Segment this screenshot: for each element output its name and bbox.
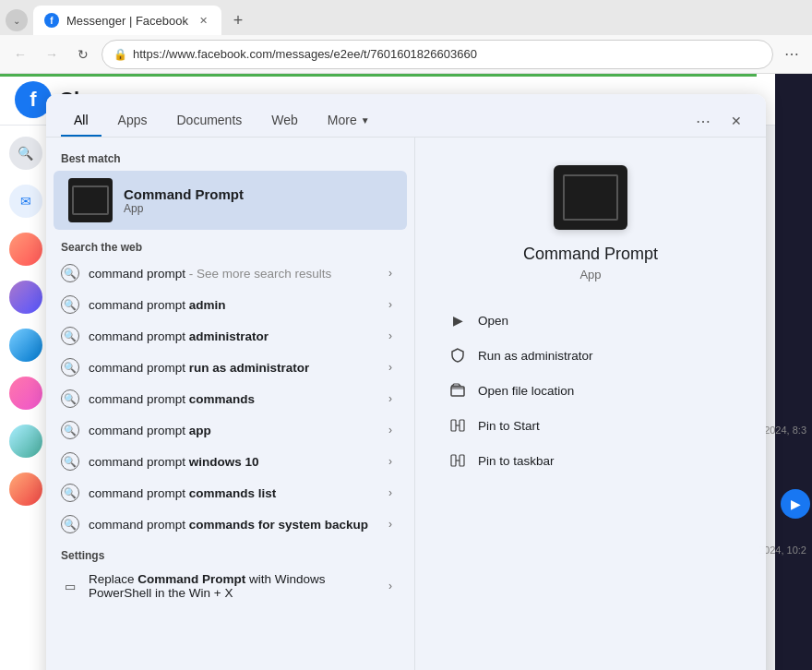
search-result-icon-6: 🔍 [61, 421, 79, 439]
settings-result-item-1[interactable]: ▭ Replace Command Prompt with Windows Po… [46, 566, 414, 606]
settings-section-label: Settings [46, 540, 414, 566]
settings-result-arrow-1: › [381, 577, 400, 595]
tab-title: Messenger | Facebook [66, 14, 188, 28]
search-more-button[interactable]: ⋯ [688, 106, 718, 136]
app-preview-subtitle: App [579, 268, 601, 281]
back-button[interactable]: ← [7, 42, 33, 67]
settings-result-icon-1: ▭ [61, 577, 79, 595]
fb-avatar-6[interactable] [9, 473, 42, 506]
search-close-button[interactable]: ✕ [722, 106, 751, 136]
fb-avatar-5[interactable] [9, 425, 42, 458]
timestamp-1: 2024, 8:3 [764, 425, 806, 436]
web-result-text-1: command prompt - See more search results [89, 267, 372, 281]
action-pin-to-start-label: Pin to Start [478, 419, 540, 433]
tab-favicon: f [44, 13, 59, 28]
search-body: Best match Command Prompt App Search the… [46, 138, 766, 670]
action-run-as-admin-label: Run as administrator [478, 349, 593, 363]
search-result-icon-5: 🔍 [61, 389, 79, 408]
web-result-text-6: command prompt app [89, 424, 372, 437]
web-result-arrow-6: › [381, 421, 400, 439]
refresh-button[interactable]: ↻ [70, 42, 96, 67]
tab-more[interactable]: More ▼ [315, 105, 383, 137]
tab-apps[interactable]: Apps [105, 105, 161, 137]
svg-rect-1 [451, 420, 456, 431]
search-result-icon-2: 🔍 [61, 295, 79, 314]
web-result-item-9[interactable]: 🔍 command prompt commands for system bac… [46, 508, 414, 540]
action-open-file-location[interactable]: Open file location [437, 374, 744, 407]
search-result-icon-3: 🔍 [61, 327, 79, 345]
web-result-item-4[interactable]: 🔍 command prompt run as administrator › [46, 352, 414, 383]
web-result-item-3[interactable]: 🔍 command prompt administrator › [46, 320, 414, 352]
tab-dropdown-btn[interactable]: ⌄ [6, 9, 28, 31]
app-preview-title: Command Prompt [523, 245, 658, 264]
web-result-item-5[interactable]: 🔍 command prompt commands › [46, 383, 414, 414]
tab-documents[interactable]: Documents [163, 105, 255, 137]
new-tab-button[interactable]: + [225, 7, 251, 33]
action-list: ▶ Open Run as administrator [437, 304, 744, 477]
svg-rect-2 [460, 420, 464, 431]
action-pin-to-taskbar-label: Pin to taskbar [478, 454, 555, 468]
open-icon: ▶ [448, 311, 467, 329]
fb-send-button[interactable]: ▶ [781, 489, 810, 519]
fb-avatar-2[interactable] [9, 281, 42, 314]
admin-shield-icon [448, 346, 467, 365]
web-result-text-8: command prompt commands list [89, 486, 372, 500]
action-pin-to-taskbar[interactable]: Pin to taskbar [437, 444, 744, 477]
best-match-label: Best match [46, 149, 414, 171]
web-result-text-4: command prompt run as administrator [89, 361, 372, 375]
svg-rect-4 [451, 455, 456, 466]
action-open-label: Open [478, 314, 508, 328]
web-result-arrow-3: › [381, 327, 400, 345]
search-tabs-bar: All Apps Documents Web More ▼ ⋯ ✕ [46, 94, 766, 138]
start-menu-search-overlay: All Apps Documents Web More ▼ ⋯ ✕ Best m… [46, 74, 761, 670]
action-pin-to-start[interactable]: Pin to Start [437, 409, 744, 442]
web-result-arrow-2: › [381, 295, 400, 314]
web-result-arrow-4: › [381, 358, 400, 377]
web-result-arrow-1: › [381, 264, 400, 282]
tab-bar: ⌄ f Messenger | Facebook ✕ + [0, 0, 812, 35]
fb-avatar-3[interactable] [9, 329, 42, 362]
web-result-item-8[interactable]: 🔍 command prompt commands list › [46, 477, 414, 508]
web-result-arrow-7: › [381, 452, 400, 471]
search-results-right-pane: Command Prompt App ▶ Open [415, 138, 766, 670]
web-result-text-3: command prompt administrator [89, 329, 372, 343]
fb-avatar-1[interactable] [9, 233, 42, 266]
tab-web[interactable]: Web [258, 105, 311, 137]
best-match-subtitle: App [124, 202, 392, 215]
nav-bar: ← → ↻ 🔒 https://www.facebook.com/message… [0, 35, 812, 74]
page-loading-bar [0, 74, 757, 77]
best-match-item[interactable]: Command Prompt App [54, 171, 407, 230]
start-menu-search-panel: All Apps Documents Web More ▼ ⋯ ✕ Best m… [46, 94, 766, 670]
web-result-item-7[interactable]: 🔍 command prompt windows 10 › [46, 446, 414, 477]
tab-all[interactable]: All [61, 105, 102, 137]
forward-button[interactable]: → [39, 42, 65, 67]
tab-close-button[interactable]: ✕ [196, 13, 210, 28]
search-web-label: Search the web [46, 232, 414, 257]
browser-chrome: ⌄ f Messenger | Facebook ✕ + ← → ↻ 🔒 htt… [0, 0, 812, 74]
search-result-icon-1: 🔍 [61, 264, 79, 282]
web-result-text-2: command prompt admin [89, 298, 372, 312]
web-result-item-2[interactable]: 🔍 command prompt admin › [46, 289, 414, 320]
svg-rect-5 [460, 455, 464, 466]
search-result-icon-9: 🔍 [61, 515, 79, 533]
best-match-info: Command Prompt App [124, 186, 392, 215]
web-result-item-1[interactable]: 🔍 command prompt - See more search resul… [46, 257, 414, 289]
search-results-left-pane: Best match Command Prompt App Search the… [46, 138, 415, 670]
web-result-item-6[interactable]: 🔍 command prompt app › [46, 414, 414, 446]
active-tab[interactable]: f Messenger | Facebook ✕ [33, 6, 221, 35]
fb-avatar-4[interactable] [9, 377, 42, 410]
search-result-icon-4: 🔍 [61, 358, 79, 377]
pin-taskbar-icon [448, 451, 467, 470]
web-result-arrow-5: › [381, 389, 400, 408]
fb-sidebar-item-1[interactable]: 🔍 [9, 137, 42, 170]
url-text: https://www.facebook.com/messages/e2ee/t… [133, 47, 761, 61]
app-preview-icon [554, 165, 627, 230]
web-result-text-7: command prompt windows 10 [89, 455, 372, 469]
action-open[interactable]: ▶ Open [437, 304, 744, 337]
browser-more-button[interactable]: ⋯ [779, 42, 805, 67]
action-run-as-admin[interactable]: Run as administrator [437, 339, 744, 372]
settings-result-text-1: Replace Command Prompt with Windows Powe… [89, 572, 372, 600]
best-match-app-icon [68, 178, 113, 222]
fb-sidebar-item-inbox[interactable]: ✉ [9, 185, 42, 218]
address-bar[interactable]: 🔒 https://www.facebook.com/messages/e2ee… [102, 40, 773, 69]
